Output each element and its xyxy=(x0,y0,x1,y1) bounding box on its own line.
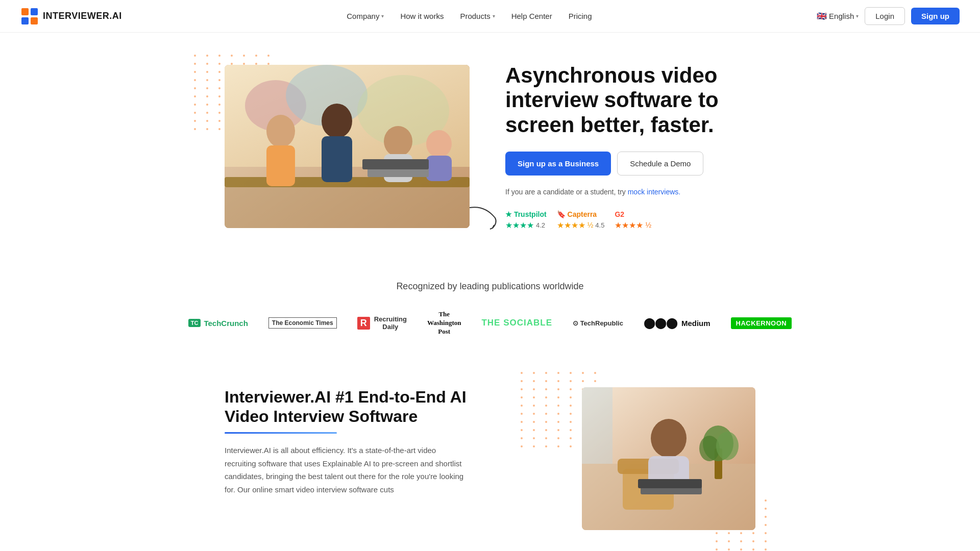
dot xyxy=(545,413,547,415)
economic-times-logo: The Economic Times xyxy=(268,317,337,329)
signup-button[interactable]: Sign up xyxy=(911,8,960,24)
mock-interviews-text: If you are a candidate or a student, try… xyxy=(505,188,755,196)
svg-point-13 xyxy=(322,104,352,138)
dot xyxy=(218,104,220,106)
dot xyxy=(557,429,559,431)
hero-image-container: const dotContainer = document.querySelec… xyxy=(225,65,475,228)
dot xyxy=(765,548,767,550)
dot xyxy=(765,508,767,510)
techrepublic-text: ⊙ TechRepublic xyxy=(573,319,623,327)
dot xyxy=(545,380,547,382)
trustpilot-logo: ★ Trustpilot xyxy=(505,210,547,218)
medium-logo: ⬤⬤⬤ Medium xyxy=(644,317,710,329)
svg-rect-2 xyxy=(31,8,38,15)
dot xyxy=(557,372,559,374)
dot xyxy=(594,380,596,382)
trustpilot-star-icons: ★★★★ xyxy=(505,220,534,230)
dot xyxy=(765,516,767,518)
medium-text: Medium xyxy=(681,319,710,328)
dot xyxy=(557,445,559,447)
dot xyxy=(521,380,523,382)
dot xyxy=(218,79,220,81)
dot xyxy=(194,95,196,97)
dot xyxy=(194,71,196,73)
dot xyxy=(557,421,559,423)
svg-rect-34 xyxy=(582,387,612,464)
dot xyxy=(728,548,730,550)
sociable-logo: The SOCIABLE xyxy=(481,318,552,328)
recruiting-daily-logo: R RecruitingDaily xyxy=(357,315,407,331)
dot xyxy=(521,372,523,374)
dot xyxy=(728,532,730,534)
hero-title: Asynchronous video interview software to… xyxy=(505,63,755,137)
rd-text: RecruitingDaily xyxy=(374,315,407,331)
nav-company[interactable]: Company ▾ xyxy=(347,12,384,20)
dot xyxy=(206,104,208,106)
dot xyxy=(582,380,584,382)
dot xyxy=(545,396,547,398)
logo-icon xyxy=(20,7,39,26)
dot xyxy=(582,372,584,374)
flag-icon: 🇬🇧 xyxy=(817,11,827,21)
mock-interviews-link[interactable]: mock interviews. xyxy=(628,188,680,196)
dot xyxy=(570,372,572,374)
svg-point-30 xyxy=(651,419,687,458)
dot xyxy=(243,55,245,57)
schedule-demo-button[interactable]: Schedule a Demo xyxy=(617,152,703,176)
dot xyxy=(557,437,559,439)
dot xyxy=(194,79,196,81)
dot xyxy=(557,413,559,415)
dot xyxy=(194,55,196,57)
dot xyxy=(570,421,572,423)
dot xyxy=(728,540,730,542)
dot xyxy=(218,95,220,97)
recognized-section: Recognized by leading publications world… xyxy=(0,261,980,357)
dot xyxy=(206,87,208,89)
language-selector[interactable]: 🇬🇧 English ▾ xyxy=(817,11,859,21)
hero-cta-buttons: Sign up as a Business Schedule a Demo xyxy=(505,152,755,176)
section2-image-container xyxy=(510,387,755,530)
dot xyxy=(206,63,208,65)
dot xyxy=(206,55,208,57)
section2-text: Interviewer.AI is all about efficiency. … xyxy=(225,444,470,496)
recognized-title: Recognized by leading publications world… xyxy=(41,281,939,292)
dot xyxy=(255,55,257,57)
login-button[interactable]: Login xyxy=(865,7,905,25)
dot xyxy=(557,396,559,398)
svg-rect-21 xyxy=(225,187,470,228)
arrow-decoration xyxy=(464,203,505,233)
hackernoon-text: HACKERNOON xyxy=(731,317,792,329)
wapo-text: TheWashingtonPost xyxy=(427,310,461,336)
svg-rect-1 xyxy=(21,8,29,15)
hero-content: Asynchronous video interview software to… xyxy=(505,63,755,230)
dot xyxy=(740,540,742,542)
section2-content: Interviewer.AI #1 End-to-End AI Video In… xyxy=(225,387,470,496)
dot xyxy=(570,405,572,407)
dot xyxy=(206,79,208,81)
dot xyxy=(716,532,718,534)
signup-business-button[interactable]: Sign up as a Business xyxy=(505,152,611,176)
techcrunch-tc: TC xyxy=(188,319,201,327)
hero-section: const dotContainer = document.querySelec… xyxy=(184,33,796,261)
techcrunch-logo: TC TechCrunch xyxy=(188,319,248,328)
techrepublic-logo: ⊙ TechRepublic xyxy=(573,319,623,327)
dot xyxy=(545,421,547,423)
dot xyxy=(570,437,572,439)
logo-link[interactable]: INTERVIEWER.AI xyxy=(20,7,122,26)
svg-rect-33 xyxy=(638,479,702,488)
section2: Interviewer.AI #1 End-to-End AI Video In… xyxy=(184,357,796,551)
trustpilot-rating: ★ Trustpilot ★★★★ 4.2 xyxy=(505,210,547,230)
g2-logo: G2 xyxy=(615,210,651,218)
nav-how-it-works[interactable]: How it works xyxy=(400,12,444,20)
svg-rect-12 xyxy=(266,145,295,186)
dot xyxy=(218,87,220,89)
dot xyxy=(194,104,196,106)
dot xyxy=(545,405,547,407)
dot xyxy=(545,437,547,439)
medium-dots-icon: ⬤⬤⬤ xyxy=(644,317,677,329)
nav-pricing[interactable]: Pricing xyxy=(569,12,592,20)
section2-photo-svg xyxy=(582,387,755,530)
nav-products[interactable]: Products ▾ xyxy=(460,12,495,20)
nav-help-center[interactable]: Help Center xyxy=(511,12,552,20)
sociable-text: The SOCIABLE xyxy=(481,318,552,328)
